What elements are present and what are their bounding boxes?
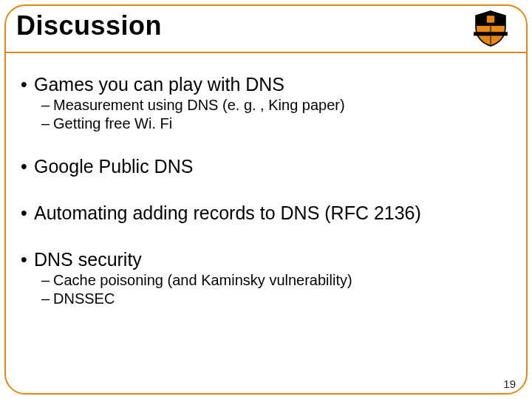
bullet-level1: •Games you can play with DNS <box>21 74 511 95</box>
bullet-level2: –Getting free Wi. Fi <box>41 115 511 132</box>
svg-rect-0 <box>487 16 494 22</box>
bullet-text: Automating adding records to DNS (RFC 21… <box>34 202 421 223</box>
princeton-shield-icon <box>471 9 510 47</box>
title-divider <box>4 52 528 53</box>
bullet-level2: –Measurement using DNS (e. g. , King pap… <box>41 97 511 114</box>
bullet-level1: •DNS security <box>21 249 511 270</box>
bullet-text: DNSSEC <box>53 290 115 307</box>
spacer <box>21 225 511 239</box>
bullet-dash-icon: – <box>41 115 53 132</box>
page-number: 19 <box>503 378 516 390</box>
bullet-dot-icon: • <box>21 202 34 224</box>
bullet-text: Cache poisoning (and Kaminsky vulnerabil… <box>53 272 352 288</box>
bullet-text: Games you can play with DNS <box>34 74 284 95</box>
bullet-dot-icon: • <box>21 74 34 95</box>
bullet-text: DNS security <box>34 249 142 270</box>
slide-title: Discussion <box>16 10 162 41</box>
bullet-dash-icon: – <box>41 272 53 289</box>
bullet-level2: –Cache poisoning (and Kaminsky vulnerabi… <box>41 272 511 289</box>
bullet-dash-icon: – <box>41 290 53 307</box>
bullet-level1: •Automating adding records to DNS (RFC 2… <box>21 202 511 224</box>
bullet-text: Getting free Wi. Fi <box>53 115 172 132</box>
slide-body: •Games you can play with DNS –Measuremen… <box>21 64 511 307</box>
bullet-level2: –DNSSEC <box>41 290 511 307</box>
bullet-text: Measurement using DNS (e. g. , King pape… <box>53 97 345 113</box>
bullet-dash-icon: – <box>41 97 53 114</box>
slide: Discussion •Games you can play with DNS … <box>0 0 532 399</box>
svg-rect-1 <box>474 32 508 35</box>
spacer <box>21 179 511 192</box>
bullet-level1: •Google Public DNS <box>21 156 511 177</box>
bullet-text: Google Public DNS <box>34 156 193 177</box>
bullet-dot-icon: • <box>21 156 34 177</box>
spacer <box>21 132 511 146</box>
bullet-dot-icon: • <box>21 249 34 270</box>
